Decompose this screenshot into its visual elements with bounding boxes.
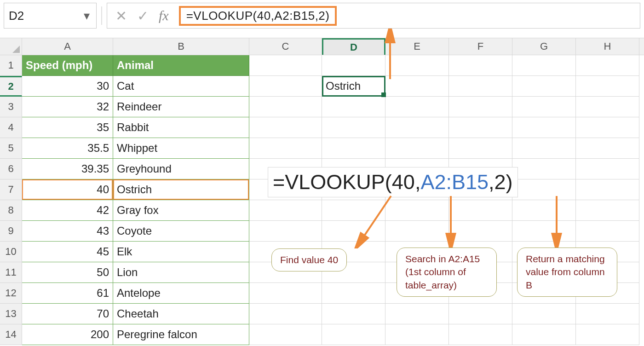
row-header-9[interactable]: 9 (0, 221, 22, 242)
cell-H6[interactable] (576, 159, 639, 179)
formula-input[interactable]: =VLOOKUP(40,A2:B15,2) (179, 6, 337, 26)
row-header-10[interactable]: 10 (0, 242, 22, 262)
cell-E9[interactable] (385, 221, 449, 242)
cell-F4[interactable] (449, 117, 512, 138)
cell-G2[interactable] (512, 76, 576, 97)
cell-A8[interactable]: 42 (22, 200, 113, 221)
cell-B12[interactable]: Antelope (113, 283, 249, 304)
cell-A6[interactable]: 39.35 (22, 159, 113, 179)
cell-G3[interactable] (512, 97, 576, 117)
row-header-3[interactable]: 3 (0, 97, 22, 117)
cell-B8[interactable]: Gray fox (113, 200, 249, 221)
cell-B5[interactable]: Whippet (113, 138, 249, 159)
cell-E2[interactable] (385, 76, 449, 97)
cell-F2[interactable] (449, 76, 512, 97)
row-header-7[interactable]: 7 (0, 179, 22, 200)
cell-C8[interactable] (249, 200, 322, 221)
cell-A14[interactable]: 200 (22, 324, 113, 345)
row-header-12[interactable]: 12 (0, 283, 22, 304)
cell-F5[interactable] (449, 138, 512, 159)
cell-C5[interactable] (249, 138, 322, 159)
row-header-11[interactable]: 11 (0, 262, 22, 283)
cell-H4[interactable] (576, 117, 639, 138)
cell-C14[interactable] (249, 324, 322, 345)
name-box-dropdown-icon[interactable]: ▾ (80, 3, 93, 28)
cell-D5[interactable] (322, 138, 385, 159)
cell-B1[interactable]: Animal (113, 55, 249, 76)
cell-F14[interactable] (449, 324, 512, 345)
cell-F9[interactable] (449, 221, 512, 242)
cell-H2[interactable] (576, 76, 639, 97)
cancel-icon[interactable]: ✕ (115, 8, 127, 24)
cell-G5[interactable] (512, 138, 576, 159)
cell-D14[interactable] (322, 324, 385, 345)
row-header-14[interactable]: 14 (0, 324, 22, 345)
cell-H8[interactable] (576, 200, 639, 221)
col-header-E[interactable]: E (385, 38, 449, 55)
cell-D12[interactable] (322, 283, 385, 304)
cell-E1[interactable] (385, 55, 449, 76)
cell-E14[interactable] (385, 324, 449, 345)
cell-H13[interactable] (576, 304, 639, 324)
cell-B10[interactable]: Elk (113, 242, 249, 262)
select-all-corner[interactable] (0, 38, 22, 55)
cell-B11[interactable]: Lion (113, 262, 249, 283)
cell-E5[interactable] (385, 138, 449, 159)
cell-D4[interactable] (322, 117, 385, 138)
cell-F8[interactable] (449, 200, 512, 221)
col-header-D[interactable]: D (322, 38, 385, 55)
cell-G6[interactable] (512, 159, 576, 179)
enter-icon[interactable]: ✓ (137, 8, 149, 24)
col-header-B[interactable]: B (113, 38, 249, 55)
cell-A9[interactable]: 43 (22, 221, 113, 242)
cell-G8[interactable] (512, 200, 576, 221)
cell-D3[interactable] (322, 97, 385, 117)
cell-G14[interactable] (512, 324, 576, 345)
cell-F13[interactable] (449, 304, 512, 324)
name-box[interactable]: D2 ▾ (4, 3, 97, 29)
cell-E4[interactable] (385, 117, 449, 138)
row-header-6[interactable]: 6 (0, 159, 22, 179)
cell-C4[interactable] (249, 117, 322, 138)
cell-A4[interactable]: 35 (22, 117, 113, 138)
cell-B13[interactable]: Cheetah (113, 304, 249, 324)
cell-C3[interactable] (249, 97, 322, 117)
cell-A2[interactable]: 30 (22, 76, 113, 97)
cell-B14[interactable]: Peregrine falcon (113, 324, 249, 345)
cell-A11[interactable]: 50 (22, 262, 113, 283)
cell-D2[interactable]: Ostrich (322, 76, 385, 97)
col-header-C[interactable]: C (249, 38, 322, 55)
cell-G13[interactable] (512, 304, 576, 324)
cell-G4[interactable] (512, 117, 576, 138)
cell-B6[interactable]: Greyhound (113, 159, 249, 179)
cell-H9[interactable] (576, 221, 639, 242)
cell-D1[interactable] (322, 55, 385, 76)
cell-C2[interactable] (249, 76, 322, 97)
cell-D13[interactable] (322, 304, 385, 324)
row-header-2[interactable]: 2 (0, 76, 22, 97)
col-header-A[interactable]: A (22, 38, 113, 55)
cell-E3[interactable] (385, 97, 449, 117)
cell-B2[interactable]: Cat (113, 76, 249, 97)
col-header-F[interactable]: F (449, 38, 512, 55)
cell-F1[interactable] (449, 55, 512, 76)
cell-H7[interactable] (576, 179, 639, 200)
cell-A1[interactable]: Speed (mph) (22, 55, 113, 76)
cell-A5[interactable]: 35.5 (22, 138, 113, 159)
row-header-5[interactable]: 5 (0, 138, 22, 159)
cell-H3[interactable] (576, 97, 639, 117)
insert-function-icon[interactable]: fx (159, 8, 169, 23)
cell-B7[interactable]: Ostrich (113, 179, 249, 200)
row-header-8[interactable]: 8 (0, 200, 22, 221)
cell-C1[interactable] (249, 55, 322, 76)
cell-A12[interactable]: 61 (22, 283, 113, 304)
row-header-13[interactable]: 13 (0, 304, 22, 324)
cell-C12[interactable] (249, 283, 322, 304)
col-header-G[interactable]: G (512, 38, 576, 55)
cell-A13[interactable]: 70 (22, 304, 113, 324)
cell-H5[interactable] (576, 138, 639, 159)
cell-G1[interactable] (512, 55, 576, 76)
row-header-1[interactable]: 1 (0, 55, 22, 76)
cell-H1[interactable] (576, 55, 639, 76)
cell-B3[interactable]: Reindeer (113, 97, 249, 117)
